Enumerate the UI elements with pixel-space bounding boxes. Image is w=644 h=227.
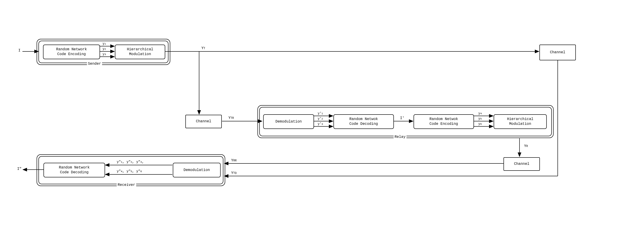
output-i-label: I" — [17, 167, 22, 171]
sender-y1-label: y1 — [102, 42, 106, 45]
relay-y5-label: y5 — [478, 117, 482, 120]
sender-y2-label: y2 — [102, 47, 106, 51]
relay-y3p-label: y'3 — [318, 122, 323, 126]
relay-modulation-block: Hierarchical Modulation — [494, 114, 547, 129]
relay-demod-block: Demodulation — [263, 114, 314, 129]
receiver-demod-block: Demodulation — [173, 163, 220, 177]
channel-bottom: Channel — [504, 157, 540, 171]
yr-signal-label: YR — [524, 144, 528, 148]
channel-relay: Channel — [185, 115, 222, 128]
sender-y3-label: y3 — [102, 52, 106, 56]
receiver-group-label: Receiver — [117, 183, 136, 187]
relay-y2p-label: y'2 — [318, 117, 323, 120]
receiver-decode-block: Random Network Code Decoding — [44, 163, 105, 177]
receiver-yline2-label: y"4, y"5, y"6 — [117, 169, 142, 173]
ytr-signal-label: YTR — [228, 116, 234, 120]
relay-group-label: Relay — [394, 135, 406, 139]
sender-group-label: Sender — [87, 62, 102, 66]
relay-y6-label: y6 — [478, 122, 482, 126]
input-i-label: I — [18, 48, 20, 53]
relay-y1p-label: y'1 — [318, 112, 323, 115]
yt-signal-label: YT — [202, 46, 205, 50]
relay-encode-block: Random Netwok Code Encoding — [414, 114, 474, 129]
iprime-label: I' — [400, 116, 404, 120]
sender-encode-block: Random Network Code Encoding — [43, 45, 100, 59]
relay-y4-label: y4 — [478, 112, 482, 115]
receiver-yline1-label: y"1, y"2, y"3, — [117, 160, 144, 164]
ytd-signal-label: YTD — [231, 171, 237, 175]
channel-top: Channel — [540, 45, 576, 60]
relay-decode-block: Random Netwok Code Decoding — [334, 114, 394, 129]
sender-modulation-block: Hierarchical Modulation — [115, 45, 165, 59]
yrr-signal-label: YRR — [231, 158, 237, 163]
